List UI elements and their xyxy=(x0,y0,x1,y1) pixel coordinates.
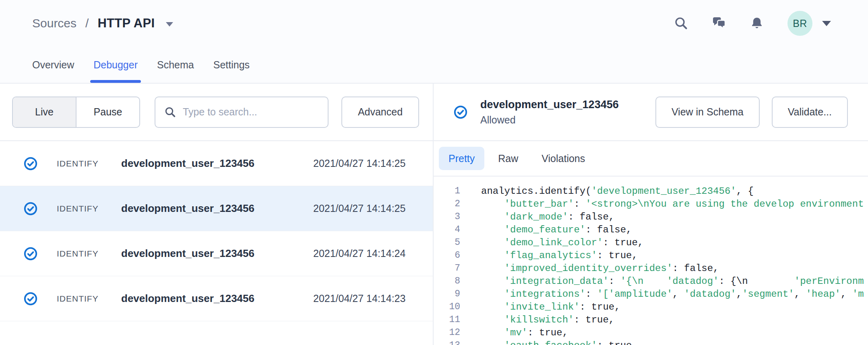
check-circle-icon xyxy=(24,157,37,170)
detail-tab-pretty[interactable]: Pretty xyxy=(439,147,484,170)
line-number: 2 xyxy=(434,199,460,209)
allowed-status-icon xyxy=(454,105,467,119)
view-in-schema-button[interactable]: View in Schema xyxy=(655,97,760,128)
detail-tab-violations[interactable]: Violations xyxy=(532,147,595,170)
check-circle-icon xyxy=(24,202,37,216)
bell-icon[interactable] xyxy=(750,16,764,31)
code-line: 6 'flag_analytics': true, xyxy=(434,249,868,262)
event-row[interactable]: IDENTIFY development_user_123456 2021/04… xyxy=(0,141,433,186)
event-type: IDENTIFY xyxy=(57,249,121,259)
code-text: 'integrations': '['amplitude', 'datadog'… xyxy=(481,289,864,300)
event-status-icon xyxy=(24,292,37,306)
live-pause-toggle: Live Pause xyxy=(12,97,140,128)
event-name: development_user_123456 xyxy=(121,292,313,305)
chevron-down-icon xyxy=(822,21,831,26)
line-number: 11 xyxy=(434,314,460,325)
advanced-button[interactable]: Advanced xyxy=(341,97,419,128)
tab-settings[interactable]: Settings xyxy=(213,47,250,83)
line-number: 4 xyxy=(434,224,460,235)
search-icon xyxy=(164,106,176,118)
event-status-icon xyxy=(24,157,37,170)
check-circle-icon xyxy=(454,105,467,119)
detail-title: development_user_123456 xyxy=(480,99,619,111)
breadcrumb-sources-link[interactable]: Sources xyxy=(32,16,76,30)
code-text: analytics.identify('development_user_123… xyxy=(481,186,754,197)
source-switcher[interactable]: HTTP API xyxy=(97,16,173,31)
event-name: development_user_123456 xyxy=(121,157,313,170)
event-name: development_user_123456 xyxy=(121,247,313,260)
line-number: 1 xyxy=(434,186,460,196)
code-line: 7 'improved_identity_overrides': false, xyxy=(434,262,868,275)
line-number: 8 xyxy=(434,276,460,286)
code-text: 'invite_link': true, xyxy=(481,302,620,312)
event-row[interactable]: IDENTIFY development_user_123456 2021/04… xyxy=(0,186,433,231)
main-content: Live Pause Advanced IDENTIFY development… xyxy=(0,84,868,345)
current-source-name: HTTP API xyxy=(97,16,155,31)
line-number: 5 xyxy=(434,237,460,248)
events-panel: Live Pause Advanced IDENTIFY development… xyxy=(0,84,434,345)
event-type: IDENTIFY xyxy=(57,159,121,168)
line-number: 10 xyxy=(434,302,460,312)
code-text: 'butter_bar': '<strong>\nYou are using t… xyxy=(481,199,864,209)
payload-view-tabs: Pretty Raw Violations xyxy=(434,141,868,177)
line-number: 9 xyxy=(434,289,460,299)
line-number: 3 xyxy=(434,212,460,222)
code-text: 'demo_link_color': true, xyxy=(481,237,643,248)
code-line: 11 'killswitch': true, xyxy=(434,313,868,326)
event-type: IDENTIFY xyxy=(57,204,121,214)
detail-header: development_user_123456 Allowed View in … xyxy=(434,84,868,141)
chat-icon[interactable] xyxy=(712,16,726,31)
code-line: 10 'invite_link': true, xyxy=(434,300,868,313)
event-timestamp: 2021/04/27 14:14:25 xyxy=(313,203,405,214)
status-label: Allowed xyxy=(480,114,619,126)
event-detail-panel: development_user_123456 Allowed View in … xyxy=(434,84,868,345)
code-text: 'dark_mode': false, xyxy=(481,212,614,222)
code-line: 8 'integration_data': '{\n 'datadog': {\… xyxy=(434,275,868,288)
code-text: 'improved_identity_overrides': false, xyxy=(481,263,719,274)
code-text: 'oauth_facebook': true, xyxy=(481,340,638,345)
code-line: 5 'demo_link_color': true, xyxy=(434,236,868,249)
code-line: 13 'oauth_facebook': true, xyxy=(434,339,868,345)
detail-tab-raw[interactable]: Raw xyxy=(488,147,528,170)
search-input[interactable] xyxy=(183,106,319,118)
account-menu[interactable]: BR xyxy=(787,11,831,36)
code-line: 3 'dark_mode': false, xyxy=(434,210,868,223)
code-text: 'integration_data': '{\n 'datadog': {\n … xyxy=(481,276,864,287)
check-circle-icon xyxy=(24,292,37,306)
tab-schema[interactable]: Schema xyxy=(157,47,194,83)
pause-button[interactable]: Pause xyxy=(76,97,139,127)
line-number: 7 xyxy=(434,263,460,273)
chevron-down-icon xyxy=(166,22,173,27)
code-text: 'killswitch': true, xyxy=(481,314,614,325)
top-actions: BR xyxy=(674,0,831,47)
event-timestamp: 2021/04/27 14:14:24 xyxy=(313,248,405,259)
tab-debugger[interactable]: Debugger xyxy=(93,47,138,83)
event-timestamp: 2021/04/27 14:14:23 xyxy=(313,293,405,304)
search-box xyxy=(155,97,329,128)
line-number: 13 xyxy=(434,340,460,345)
code-line: 9 'integrations': '['amplitude', 'datado… xyxy=(434,288,868,300)
validate-button[interactable]: Validate... xyxy=(772,97,848,128)
code-line: 1 analytics.identify('development_user_1… xyxy=(434,185,868,197)
code-text: 'mv': true, xyxy=(481,327,568,338)
code-line: 2 'butter_bar': '<strong>\nYou are using… xyxy=(434,197,868,210)
top-bar: Sources / HTTP API xyxy=(0,0,868,84)
check-circle-icon xyxy=(24,247,37,261)
event-status-icon xyxy=(24,247,37,261)
code-line: 4 'demo_feature': false, xyxy=(434,223,868,236)
tab-overview[interactable]: Overview xyxy=(32,47,74,83)
line-number: 12 xyxy=(434,327,460,338)
event-timestamp: 2021/04/27 14:14:25 xyxy=(313,158,405,169)
code-viewer: 1 analytics.identify('development_user_1… xyxy=(434,177,868,345)
event-status-icon xyxy=(24,202,37,216)
code-text: 'demo_feature': false, xyxy=(481,224,632,235)
breadcrumb-separator: / xyxy=(85,16,89,30)
event-list: IDENTIFY development_user_123456 2021/04… xyxy=(0,141,433,345)
event-type: IDENTIFY xyxy=(57,294,121,304)
source-tabs: Overview Debugger Schema Settings xyxy=(0,47,868,83)
event-row[interactable]: IDENTIFY development_user_123456 2021/04… xyxy=(0,276,433,321)
search-icon[interactable] xyxy=(674,16,688,31)
avatar[interactable]: BR xyxy=(787,11,812,36)
live-button[interactable]: Live xyxy=(13,97,76,127)
event-row[interactable]: IDENTIFY development_user_123456 2021/04… xyxy=(0,231,433,276)
